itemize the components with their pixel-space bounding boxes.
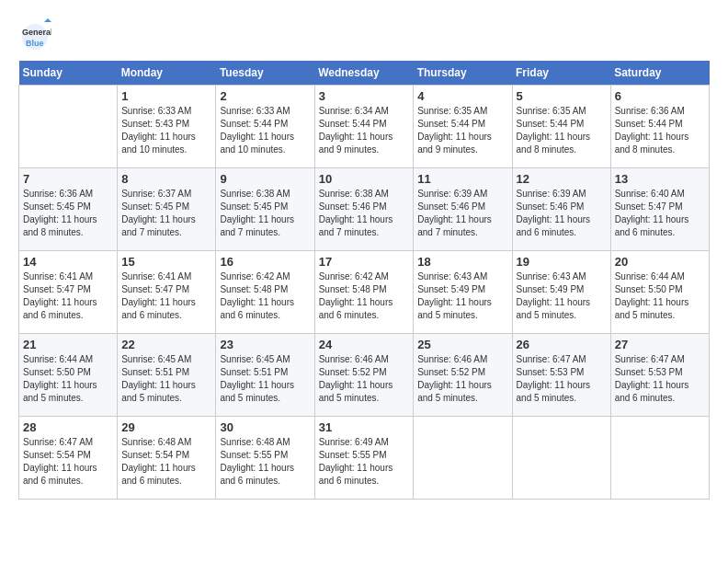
cell-info: Sunrise: 6:41 AM Sunset: 5:47 PM Dayligh… bbox=[121, 270, 211, 322]
day-number: 9 bbox=[220, 172, 310, 186]
calendar-cell: 31Sunrise: 6:49 AM Sunset: 5:55 PM Dayli… bbox=[314, 417, 414, 500]
cell-info: Sunrise: 6:44 AM Sunset: 5:50 PM Dayligh… bbox=[615, 270, 705, 322]
day-number: 31 bbox=[319, 420, 410, 434]
day-number: 16 bbox=[220, 255, 310, 269]
day-header-sunday: Sunday bbox=[19, 61, 118, 86]
calendar-cell: 13Sunrise: 6:40 AM Sunset: 5:47 PM Dayli… bbox=[610, 168, 709, 251]
day-number: 20 bbox=[615, 255, 705, 269]
day-number: 26 bbox=[517, 338, 607, 351]
day-header-wednesday: Wednesday bbox=[314, 61, 414, 86]
day-header-friday: Friday bbox=[512, 61, 610, 86]
cell-info: Sunrise: 6:35 AM Sunset: 5:44 PM Dayligh… bbox=[517, 105, 607, 156]
calendar-cell: 1Sunrise: 6:33 AM Sunset: 5:43 PM Daylig… bbox=[118, 86, 216, 168]
cell-info: Sunrise: 6:39 AM Sunset: 5:46 PM Dayligh… bbox=[517, 188, 607, 239]
svg-text:General: General bbox=[22, 28, 51, 37]
day-header-monday: Monday bbox=[118, 61, 216, 86]
day-number: 7 bbox=[23, 172, 113, 186]
day-number: 10 bbox=[319, 172, 410, 186]
cell-info: Sunrise: 6:41 AM Sunset: 5:47 PM Dayligh… bbox=[23, 270, 113, 322]
logo-svg: General Blue bbox=[18, 18, 51, 52]
calendar-cell: 6Sunrise: 6:36 AM Sunset: 5:44 PM Daylig… bbox=[610, 86, 709, 168]
day-number: 3 bbox=[319, 89, 410, 103]
cell-info: Sunrise: 6:43 AM Sunset: 5:49 PM Dayligh… bbox=[417, 270, 507, 322]
calendar-cell bbox=[414, 417, 512, 500]
cell-info: Sunrise: 6:45 AM Sunset: 5:51 PM Dayligh… bbox=[220, 353, 310, 405]
cell-info: Sunrise: 6:47 AM Sunset: 5:53 PM Dayligh… bbox=[517, 353, 607, 405]
day-header-tuesday: Tuesday bbox=[216, 61, 314, 86]
cell-info: Sunrise: 6:36 AM Sunset: 5:44 PM Dayligh… bbox=[615, 105, 705, 156]
cell-info: Sunrise: 6:35 AM Sunset: 5:44 PM Dayligh… bbox=[417, 105, 507, 156]
day-number: 24 bbox=[319, 338, 410, 351]
cell-info: Sunrise: 6:49 AM Sunset: 5:55 PM Dayligh… bbox=[319, 436, 410, 488]
cell-info: Sunrise: 6:42 AM Sunset: 5:48 PM Dayligh… bbox=[220, 270, 310, 322]
header-row: SundayMondayTuesdayWednesdayThursdayFrid… bbox=[19, 61, 710, 86]
day-header-thursday: Thursday bbox=[414, 61, 512, 86]
day-number: 1 bbox=[121, 89, 211, 103]
cell-info: Sunrise: 6:40 AM Sunset: 5:47 PM Dayligh… bbox=[615, 188, 705, 239]
calendar-cell: 26Sunrise: 6:47 AM Sunset: 5:53 PM Dayli… bbox=[512, 334, 610, 417]
calendar-cell: 17Sunrise: 6:42 AM Sunset: 5:48 PM Dayli… bbox=[314, 251, 414, 334]
calendar-cell bbox=[512, 417, 610, 500]
calendar-cell: 22Sunrise: 6:45 AM Sunset: 5:51 PM Dayli… bbox=[118, 334, 216, 417]
calendar-cell bbox=[610, 417, 709, 500]
day-number: 2 bbox=[220, 89, 310, 103]
week-row-1: 1Sunrise: 6:33 AM Sunset: 5:43 PM Daylig… bbox=[19, 86, 710, 168]
calendar-cell: 10Sunrise: 6:38 AM Sunset: 5:46 PM Dayli… bbox=[314, 168, 414, 251]
calendar-cell: 28Sunrise: 6:47 AM Sunset: 5:54 PM Dayli… bbox=[19, 417, 118, 500]
day-number: 12 bbox=[517, 172, 607, 186]
cell-info: Sunrise: 6:47 AM Sunset: 5:54 PM Dayligh… bbox=[23, 436, 113, 488]
day-number: 21 bbox=[23, 338, 113, 351]
day-number: 13 bbox=[615, 172, 705, 186]
calendar-cell: 3Sunrise: 6:34 AM Sunset: 5:44 PM Daylig… bbox=[314, 86, 414, 168]
day-number: 19 bbox=[517, 255, 607, 269]
week-row-5: 28Sunrise: 6:47 AM Sunset: 5:54 PM Dayli… bbox=[19, 417, 710, 500]
calendar-cell: 5Sunrise: 6:35 AM Sunset: 5:44 PM Daylig… bbox=[512, 86, 610, 168]
day-number: 4 bbox=[417, 89, 507, 103]
cell-info: Sunrise: 6:43 AM Sunset: 5:49 PM Dayligh… bbox=[517, 270, 607, 322]
calendar-cell bbox=[19, 86, 118, 168]
day-number: 15 bbox=[121, 255, 211, 269]
calendar-cell: 15Sunrise: 6:41 AM Sunset: 5:47 PM Dayli… bbox=[118, 251, 216, 334]
cell-info: Sunrise: 6:33 AM Sunset: 5:43 PM Dayligh… bbox=[121, 105, 211, 156]
day-number: 27 bbox=[615, 338, 705, 351]
cell-info: Sunrise: 6:48 AM Sunset: 5:54 PM Dayligh… bbox=[121, 436, 211, 488]
cell-info: Sunrise: 6:46 AM Sunset: 5:52 PM Dayligh… bbox=[319, 353, 410, 405]
calendar-cell: 4Sunrise: 6:35 AM Sunset: 5:44 PM Daylig… bbox=[414, 86, 512, 168]
calendar-cell: 7Sunrise: 6:36 AM Sunset: 5:45 PM Daylig… bbox=[19, 168, 118, 251]
day-number: 23 bbox=[220, 338, 310, 351]
day-number: 5 bbox=[517, 89, 607, 103]
day-number: 18 bbox=[417, 255, 507, 269]
calendar-cell: 18Sunrise: 6:43 AM Sunset: 5:49 PM Dayli… bbox=[414, 251, 512, 334]
logo-container: General Blue bbox=[18, 18, 51, 52]
day-number: 14 bbox=[23, 255, 113, 269]
day-number: 22 bbox=[121, 338, 211, 351]
svg-marker-3 bbox=[44, 18, 51, 22]
calendar-cell: 16Sunrise: 6:42 AM Sunset: 5:48 PM Dayli… bbox=[216, 251, 314, 334]
day-number: 28 bbox=[23, 420, 113, 434]
cell-info: Sunrise: 6:42 AM Sunset: 5:48 PM Dayligh… bbox=[319, 270, 410, 322]
calendar-cell: 12Sunrise: 6:39 AM Sunset: 5:46 PM Dayli… bbox=[512, 168, 610, 251]
calendar-cell: 24Sunrise: 6:46 AM Sunset: 5:52 PM Dayli… bbox=[314, 334, 414, 417]
day-header-saturday: Saturday bbox=[610, 61, 709, 86]
calendar-table: SundayMondayTuesdayWednesdayThursdayFrid… bbox=[18, 61, 710, 500]
cell-info: Sunrise: 6:48 AM Sunset: 5:55 PM Dayligh… bbox=[220, 436, 310, 488]
cell-info: Sunrise: 6:38 AM Sunset: 5:46 PM Dayligh… bbox=[319, 188, 410, 239]
calendar-cell: 20Sunrise: 6:44 AM Sunset: 5:50 PM Dayli… bbox=[610, 251, 709, 334]
svg-text:Blue: Blue bbox=[26, 39, 44, 48]
cell-info: Sunrise: 6:45 AM Sunset: 5:51 PM Dayligh… bbox=[121, 353, 211, 405]
week-row-4: 21Sunrise: 6:44 AM Sunset: 5:50 PM Dayli… bbox=[19, 334, 710, 417]
logo: General Blue bbox=[18, 18, 51, 52]
logo-graphic: General Blue bbox=[18, 18, 51, 52]
cell-info: Sunrise: 6:38 AM Sunset: 5:45 PM Dayligh… bbox=[220, 188, 310, 239]
page-header: General Blue bbox=[18, 18, 710, 52]
calendar-cell: 21Sunrise: 6:44 AM Sunset: 5:50 PM Dayli… bbox=[19, 334, 118, 417]
cell-info: Sunrise: 6:36 AM Sunset: 5:45 PM Dayligh… bbox=[23, 188, 113, 239]
calendar-cell: 23Sunrise: 6:45 AM Sunset: 5:51 PM Dayli… bbox=[216, 334, 314, 417]
cell-info: Sunrise: 6:33 AM Sunset: 5:44 PM Dayligh… bbox=[220, 105, 310, 156]
day-number: 17 bbox=[319, 255, 410, 269]
day-number: 29 bbox=[121, 420, 211, 434]
day-number: 11 bbox=[417, 172, 507, 186]
day-number: 6 bbox=[615, 89, 705, 103]
calendar-cell: 25Sunrise: 6:46 AM Sunset: 5:52 PM Dayli… bbox=[414, 334, 512, 417]
cell-info: Sunrise: 6:37 AM Sunset: 5:45 PM Dayligh… bbox=[121, 188, 211, 239]
